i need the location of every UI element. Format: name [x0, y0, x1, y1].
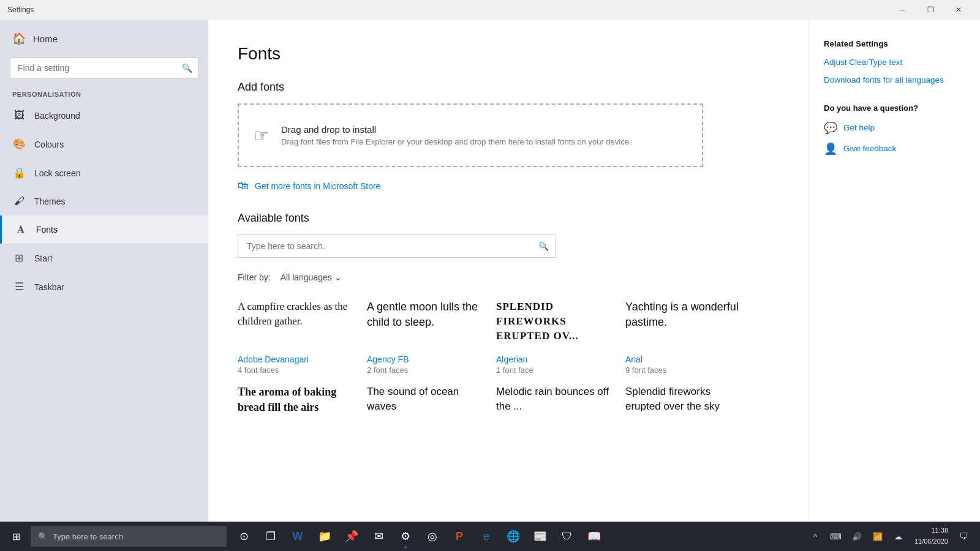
taskbar-app-chrome[interactable]: ◎ [419, 523, 446, 550]
taskbar-app-settings[interactable]: ⚙ [392, 523, 419, 550]
give-feedback-item[interactable]: 👤 Give feedback [824, 142, 965, 156]
font-preview2-2: Melodic rain bounces off the ... [496, 384, 611, 427]
search-input[interactable] [10, 58, 198, 78]
download-fonts-link[interactable]: Download fonts for all languages [824, 75, 965, 86]
font-faces-agency: 2 font faces [367, 365, 481, 375]
keyboard-icon[interactable]: ⌨ [826, 523, 846, 550]
taskbar-search[interactable]: 🔍 Type here to search [31, 526, 227, 547]
sidebar-item-lock-screen[interactable]: 🔒 Lock screen [0, 159, 208, 187]
sidebar-label-fonts: Fonts [36, 225, 58, 234]
chevron-down-icon: ⌄ [334, 272, 342, 282]
taskbar-app-browser2[interactable]: 🌐 [500, 523, 527, 550]
ie-icon: e [483, 530, 489, 543]
drop-zone[interactable]: ☞ Drag and drop to install Drag font fil… [238, 103, 703, 167]
font-card-row2-3[interactable]: Splendid fireworks erupted over the sky [625, 384, 740, 432]
books-icon: 📖 [587, 530, 601, 543]
taskbar-app-books[interactable]: 📖 [581, 523, 608, 550]
taskbar-app-news[interactable]: 📰 [527, 523, 554, 550]
taskbar-search-placeholder: Type here to search [53, 532, 123, 541]
font-card-row2-0[interactable]: The aroma of baking bread fill the airs [238, 384, 352, 432]
get-help-icon: 💬 [824, 121, 837, 135]
network-icon[interactable]: 📶 [868, 523, 888, 550]
word-icon: W [293, 530, 303, 543]
font-preview2-3: Splendid fireworks erupted over the sky [625, 384, 740, 427]
font-search-input[interactable] [238, 234, 556, 258]
give-feedback-icon: 👤 [824, 142, 837, 156]
sidebar-home[interactable]: 🏠 Home [0, 24, 208, 53]
filter-row: Filter by: All languages ⌄ [238, 270, 779, 285]
taskbar-app-folder[interactable]: 📁 [311, 523, 338, 550]
get-help-item[interactable]: 💬 Get help [824, 121, 965, 135]
font-card-arial[interactable]: Yachting is a wonderful pastime. Arial 9… [625, 299, 740, 380]
close-button[interactable]: ✕ [944, 0, 973, 20]
colours-icon: 🎨 [12, 138, 26, 151]
sidebar-item-themes[interactable]: 🖌 Themes [0, 187, 208, 216]
shield-icon: 🛡 [562, 530, 573, 543]
taskbar-search-icon: 🔍 [38, 532, 48, 541]
font-preview-adobe: A campfire crackles as the children gath… [238, 299, 352, 348]
home-icon: 🏠 [12, 32, 26, 45]
give-feedback-link[interactable]: Give feedback [843, 144, 896, 153]
taskbar-app-taskview[interactable]: ❐ [257, 523, 284, 550]
email-icon: ✉ [374, 530, 383, 543]
sidebar-label-lock-screen: Lock screen [34, 168, 80, 178]
taskbar-nav-icon: ☰ [12, 280, 26, 293]
filter-dropdown[interactable]: All languages ⌄ [276, 270, 347, 285]
title-bar: Settings ─ ❐ ✕ [0, 0, 980, 20]
drop-sub-text: Drag font files from File Explorer or yo… [281, 137, 631, 146]
font-card-row2-2[interactable]: Melodic rain bounces off the ... [496, 384, 611, 432]
sidebar-item-taskbar[interactable]: ☰ Taskbar [0, 272, 208, 301]
font-preview-agency: A gentle moon lulls the child to sleep. [367, 299, 481, 348]
page-title: Fonts [238, 44, 779, 64]
taskview-icon: ❐ [266, 530, 276, 543]
taskbar-app-ppt[interactable]: P [446, 523, 473, 550]
drag-cursor-icon: ☞ [254, 126, 269, 146]
font-name-agency: Agency FB [367, 354, 481, 364]
font-preview-arial: Yachting is a wonderful pastime. [625, 299, 740, 348]
font-card-algerian[interactable]: SPLENDID FIREWORKS ERUPTED OV... Algeria… [496, 299, 611, 380]
sidebar-section-label: Personalisation [0, 88, 208, 102]
app-body: 🏠 Home 🔍 Personalisation 🖼 Background 🎨 … [0, 20, 980, 522]
font-faces-adobe: 4 font faces [238, 365, 352, 375]
browser2-icon: 🌐 [507, 530, 520, 543]
font-card-row2-1[interactable]: The sound of ocean waves [367, 384, 481, 432]
sidebar-search-container: 🔍 [10, 58, 198, 78]
font-name-algerian: Algerian [496, 354, 611, 364]
font-name-adobe: Adobe Devanagari [238, 354, 352, 364]
available-fonts-title: Available fonts [238, 212, 779, 225]
add-fonts-title: Add fonts [238, 81, 779, 94]
volume-icon[interactable]: 🔊 [847, 523, 867, 550]
settings-app-icon: ⚙ [401, 530, 410, 543]
sidebar-item-background[interactable]: 🖼 Background [0, 102, 208, 130]
get-help-link[interactable]: Get help [843, 123, 875, 132]
minimize-button[interactable]: ─ [888, 0, 916, 20]
font-card-adobe-devanagari[interactable]: A campfire crackles as the children gath… [238, 299, 352, 380]
notif-icon: 🗨 [959, 531, 968, 541]
window-title: Settings [7, 6, 34, 14]
sidebar-item-start[interactable]: ⊞ Start [0, 244, 208, 272]
taskbar-app-email[interactable]: ✉ [365, 523, 392, 550]
fonts-icon: 𝐀 [14, 223, 28, 236]
adjust-cleartype-link[interactable]: Adjust ClearType text [824, 57, 965, 69]
taskbar-clock[interactable]: 11:38 11/06/2020 [910, 525, 953, 547]
start-button[interactable]: ⊞ [2, 523, 29, 550]
font-preview2-1: The sound of ocean waves [367, 384, 481, 427]
taskbar-app-word[interactable]: W [284, 523, 311, 550]
sidebar-label-taskbar: Taskbar [34, 282, 64, 292]
taskbar-app-cortana[interactable]: ⊙ [230, 523, 257, 550]
font-card-agency-fb[interactable]: A gentle moon lulls the child to sleep. … [367, 299, 481, 380]
maximize-button[interactable]: ❐ [916, 0, 944, 20]
sidebar-item-fonts[interactable]: 𝐀 Fonts [0, 216, 208, 244]
cloud-icon[interactable]: ☁ [889, 523, 908, 550]
taskbar-app-ie[interactable]: e [473, 523, 500, 550]
notification-center[interactable]: 🗨 [954, 523, 973, 550]
font-search-icon: 🔍 [538, 241, 549, 251]
window-controls: ─ ❐ ✕ [888, 0, 973, 20]
show-hidden-icons[interactable]: ^ [805, 523, 825, 550]
news-icon: 📰 [533, 530, 547, 543]
ms-store-link[interactable]: 🛍 Get more fonts in Microsoft Store [238, 179, 779, 192]
sidebar-item-colours[interactable]: 🎨 Colours [0, 130, 208, 159]
taskbar-app-shield[interactable]: 🛡 [554, 523, 581, 550]
taskbar-app-sticky[interactable]: 📌 [338, 523, 365, 550]
ppt-icon: P [456, 530, 463, 543]
